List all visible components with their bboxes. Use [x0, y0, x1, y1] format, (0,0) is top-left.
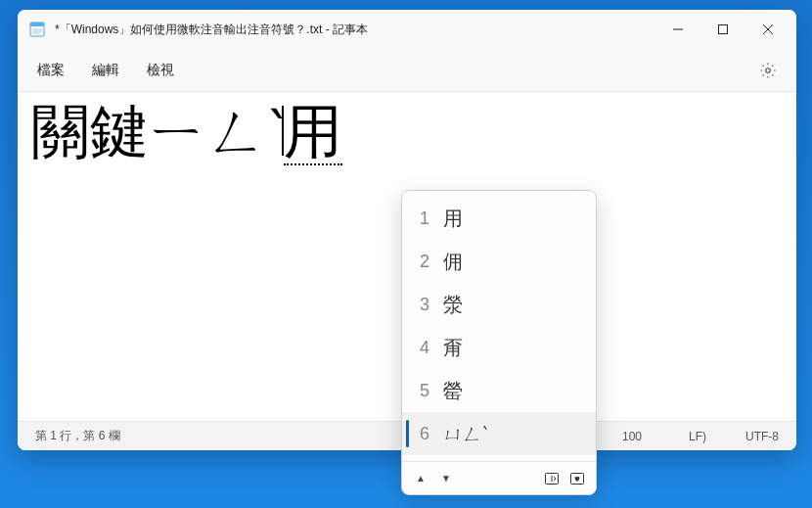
ime-next-page-button[interactable]: ▼ [437, 470, 455, 487]
ime-candidate[interactable]: 5罃 [402, 369, 596, 412]
minimize-icon [673, 24, 683, 34]
ime-candidate[interactable]: 4甭 [402, 326, 596, 369]
ime-candidate-number: 1 [416, 208, 429, 229]
status-line-ending: LF) [689, 430, 706, 443]
status-zoom[interactable]: 100 [622, 430, 642, 443]
status-encoding: UTF-8 [745, 430, 779, 443]
status-position: 第 1 行，第 6 欄 [35, 428, 120, 444]
ime-candidate-window: 1用2佣3滎4甭5罃6ㄩㄥˋ ▲ ▼ [401, 190, 597, 495]
minimize-button[interactable] [655, 10, 700, 49]
svg-rect-6 [719, 25, 728, 34]
editor-committed-text: 關鍵ㄧㄥˋ [31, 100, 284, 164]
maximize-icon [718, 24, 728, 34]
ime-candidate-char: 滎 [443, 292, 463, 318]
ime-candidate-number: 2 [416, 252, 429, 272]
svg-point-9 [766, 68, 771, 72]
close-button[interactable] [745, 10, 790, 49]
editor-composition-text: 用 [284, 102, 342, 165]
ime-candidate-char: 甭 [443, 335, 463, 361]
maximize-button[interactable] [700, 10, 745, 49]
ime-heart-icon [569, 471, 585, 486]
svg-rect-1 [30, 23, 44, 26]
menu-file[interactable]: 檔案 [37, 62, 65, 79]
ime-candidate[interactable]: 1用 [402, 197, 596, 240]
ime-candidate[interactable]: 2佣 [402, 240, 596, 283]
ime-candidate-number: 3 [416, 295, 429, 315]
ime-candidate[interactable]: 3滎 [402, 283, 596, 326]
settings-button[interactable] [759, 62, 777, 79]
ime-prev-page-button[interactable]: ▲ [412, 470, 429, 487]
window-title: *「Windows」如何使用微軟注音輸出注音符號？.txt - 記事本 [55, 22, 368, 38]
close-icon [763, 24, 773, 34]
ime-candidate-number: 5 [416, 381, 429, 401]
desktop: *「Windows」如何使用微軟注音輸出注音符號？.txt - 記事本 檔案 編… [0, 0, 812, 508]
ime-expand-button[interactable] [543, 470, 561, 487]
ime-candidate-number: 4 [416, 338, 429, 358]
notepad-icon [29, 22, 45, 37]
ime-candidate-number: 6 [416, 424, 429, 444]
ime-settings-button[interactable] [568, 470, 586, 487]
ime-candidate-char: 罃 [443, 378, 463, 404]
menu-edit[interactable]: 編輯 [92, 62, 119, 79]
ime-candidate-char: 用 [443, 206, 463, 232]
menubar: 檔案 編輯 檢視 [18, 49, 796, 92]
ime-candidate[interactable]: 6ㄩㄥˋ [402, 412, 596, 455]
menu-view[interactable]: 檢視 [147, 62, 174, 79]
titlebar[interactable]: *「Windows」如何使用微軟注音輸出注音符號？.txt - 記事本 [18, 10, 796, 49]
ime-candidate-list: 1用2佣3滎4甭5罃6ㄩㄥˋ [402, 191, 596, 461]
expand-icon [544, 471, 560, 486]
ime-footer: ▲ ▼ [402, 461, 596, 494]
ime-candidate-char: 佣 [443, 249, 463, 275]
ime-candidate-char: ㄩㄥˋ [443, 421, 487, 447]
